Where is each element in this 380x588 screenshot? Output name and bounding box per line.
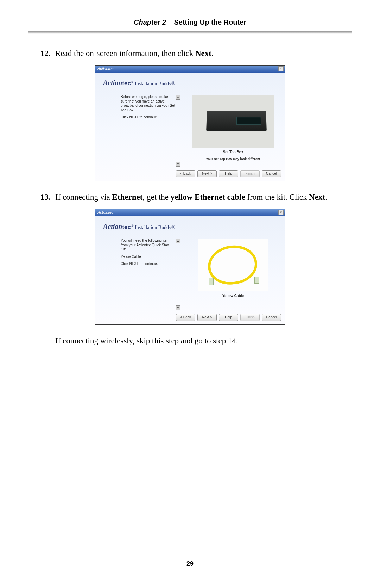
brand-ib: Installation Buddy®: [134, 81, 175, 86]
step-number: 13.: [40, 192, 55, 203]
scroll-down-icon[interactable]: ▼: [176, 162, 180, 167]
button-row: < Back Next > Help Finish Cancel: [95, 168, 285, 181]
brand-line: Actiontec® Installation Buddy®: [95, 73, 285, 89]
brand-script: Action: [103, 223, 122, 230]
scrollbar[interactable]: ▲ ▼: [175, 95, 181, 167]
cancel-button[interactable]: Cancel: [262, 314, 281, 321]
brand-underline: [103, 233, 138, 235]
titlebar: Actiontec ×: [95, 66, 285, 73]
finish-button: Finish: [240, 170, 260, 177]
step-13: 13. If connecting via Ethernet, get the …: [40, 192, 340, 203]
brand-reg: ®: [131, 80, 134, 84]
photo-note: Your Set Top Box may look different: [206, 157, 260, 161]
titlebar-text: Actiontec: [97, 210, 113, 215]
scroll-down-icon[interactable]: ▼: [176, 305, 180, 310]
step-text: Read the on-screen information, then cli…: [55, 48, 340, 59]
step-12: 12. Read the on-screen information, then…: [40, 48, 340, 59]
brand-underline: [103, 89, 138, 91]
set-top-box-photo: [192, 95, 274, 148]
wireless-note: If connecting wirelessly, skip this step…: [55, 335, 340, 346]
titlebar-text: Actiontec: [97, 67, 113, 71]
brand-tec: tec: [122, 80, 131, 87]
brand-ib: Installation Buddy®: [134, 225, 175, 230]
help-button[interactable]: Help: [219, 170, 238, 177]
cancel-button[interactable]: Cancel: [262, 170, 281, 177]
step-text: If connecting via Ethernet, get the yell…: [55, 192, 340, 203]
chapter-title: Setting Up the Router: [174, 18, 246, 26]
page-header: Chapter 2 Setting Up the Router: [0, 0, 380, 26]
page-number: 29: [0, 560, 380, 568]
scrollbar[interactable]: ▲ ▼: [175, 239, 181, 310]
scroll-up-icon[interactable]: ▲: [176, 95, 180, 100]
photo-caption: Yellow Cable: [222, 293, 244, 298]
brand-line: Actiontec® Installation Buddy®: [95, 216, 285, 233]
next-button[interactable]: Next >: [197, 170, 217, 177]
chapter-label: Chapter 2: [134, 18, 166, 26]
back-button[interactable]: < Back: [176, 170, 195, 177]
photo-caption: Set Top Box: [223, 150, 243, 155]
next-button[interactable]: Next >: [197, 314, 217, 321]
header-rule: [28, 31, 352, 34]
brand-reg: ®: [131, 224, 134, 228]
back-button[interactable]: < Back: [176, 314, 195, 321]
close-icon[interactable]: ×: [278, 66, 284, 71]
screenshot-1: Actiontec × Actiontec® Installation Budd…: [95, 65, 285, 181]
screenshot-2: Actiontec × Actiontec® Installation Budd…: [95, 209, 285, 325]
scroll-up-icon[interactable]: ▲: [176, 239, 180, 243]
close-icon[interactable]: ×: [278, 210, 284, 215]
help-button[interactable]: Help: [219, 314, 238, 321]
yellow-cable-photo: [198, 239, 268, 291]
step-number: 12.: [40, 48, 55, 59]
instruction-text: Before we begin, please make sure that y…: [121, 95, 175, 167]
instruction-text: You will need the following item from yo…: [121, 239, 175, 310]
button-row: < Back Next > Help Finish Cancel: [95, 312, 285, 324]
brand-tec: tec: [122, 224, 131, 230]
finish-button: Finish: [240, 314, 260, 321]
titlebar: Actiontec ×: [95, 209, 285, 216]
brand-script: Action: [103, 79, 122, 87]
